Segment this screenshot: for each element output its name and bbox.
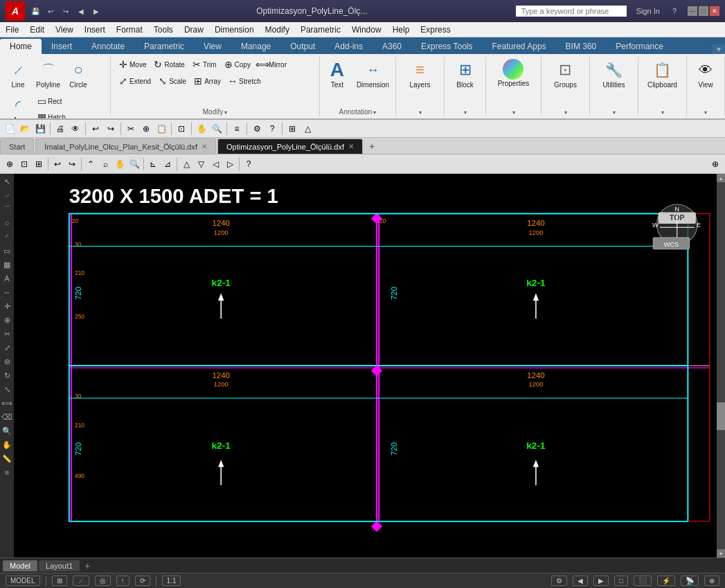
maximize-button[interactable]: □ [699,6,708,16]
draw-polyline-button[interactable]: ⌒ Polyline [33,57,63,91]
groups-button[interactable]: ⊡ Groups [551,57,580,91]
tab-view[interactable]: View [194,39,231,54]
menu-edit[interactable]: Edit [24,22,50,37]
tool-zoom[interactable]: 🔍 [1,425,13,437]
status-connect-btn[interactable]: 📡 [681,576,699,586]
status-notification-btn[interactable]: ⊕ [704,576,719,586]
doc-tab-imalat-close[interactable]: ✕ [202,143,207,150]
status-prev-btn[interactable]: ◀ [573,576,588,586]
modify-array-button[interactable]: ⊞ Array [190,73,223,89]
tool-trim[interactable]: ✂ [1,328,13,340]
vertical-scrollbar[interactable]: ▲ ▼ [717,174,725,558]
scroll-down-arrow[interactable]: ▼ [717,549,725,558]
menu-file[interactable]: File [0,22,24,37]
tool-erase[interactable]: ⌫ [1,411,13,423]
tb-pan[interactable]: ✋ [195,122,208,136]
tool-hatch[interactable]: ▦ [1,258,13,271]
tab-parametric[interactable]: Parametric [134,39,194,54]
tb-extra1[interactable]: ⊞ [285,122,299,136]
tool-mirror[interactable]: ⟺ [1,397,13,409]
tab-a360[interactable]: A360 [373,39,411,54]
tool-text[interactable]: A [1,272,13,285]
clipboard-button[interactable]: 📋 Clipboard [645,57,680,91]
layers-button[interactable]: ≡ Layers [406,57,434,91]
ribbon-expand-btn[interactable]: ▾ [713,44,725,54]
tb2-btn10[interactable]: ⊾ [146,157,160,171]
tab-addins[interactable]: Add-ins [325,39,373,54]
menu-parametric[interactable]: Parametric [295,22,346,37]
minimize-button[interactable]: — [688,6,697,16]
status-fullscreen-btn[interactable]: ⬛ [634,576,652,586]
doc-tab-imalat[interactable]: İmalat_PolyLine_Olcu_Plan_Kesit_Ölçülü.d… [35,139,216,154]
tool-copy[interactable]: ⊕ [1,314,13,326]
modify-extend-button[interactable]: ⤢ Extend [115,73,153,89]
modify-move-button[interactable]: ✛ Move [115,57,148,72]
menu-view[interactable]: View [50,22,79,37]
status-snap-btn[interactable]: ⟋ [73,576,89,586]
tb2-btn3[interactable]: ⊞ [32,157,46,171]
tab-annotate[interactable]: Annotate [82,39,134,54]
doc-tab-optimizasyon-close[interactable]: ✕ [348,143,354,150]
modify-mirror-button[interactable]: ⟺ Mirror [254,57,289,72]
tb-properties[interactable]: ⚙ [250,122,264,136]
tb2-btn4[interactable]: ↩ [51,157,64,171]
tab-layout1[interactable]: Layout1 [39,560,80,571]
tb-undo[interactable]: ↩ [89,122,102,136]
status-next-btn[interactable]: ▶ [593,576,609,586]
tab-output[interactable]: Output [280,39,325,54]
tab-express-tools[interactable]: Express Tools [411,39,482,54]
tb-save[interactable]: 💾 [33,122,47,136]
tool-select[interactable]: ↖ [1,175,13,188]
tb-paste[interactable]: 📋 [154,122,168,136]
tb2-btn7[interactable]: ⌕ [98,157,112,171]
block-button[interactable]: ⊞ Block [451,57,479,91]
tb-new[interactable]: 📄 [3,122,17,136]
tb2-btn8[interactable]: ✋ [113,157,127,171]
sign-in-button[interactable]: Sign In [632,6,664,17]
tool-rect[interactable]: ▭ [1,244,13,257]
tb2-btn5[interactable]: ↪ [65,157,79,171]
doc-tab-optimizasyon[interactable]: Optimizasyon_PolyLine_Ölçülü.dxf ✕ [217,139,363,154]
status-customize-btn[interactable]: ⚙ [551,576,567,586]
menu-help[interactable]: Help [387,22,415,37]
status-perf-btn[interactable]: ⚡ [657,576,675,586]
back-button[interactable]: ◀ [75,5,87,17]
draw-arc-button[interactable]: ◜ Arc [4,92,32,120]
status-workspace-btn[interactable]: □ [614,576,628,586]
tb2-end-btn[interactable]: ⊕ [708,157,722,171]
status-osnap-btn[interactable]: ⟳ [135,576,150,586]
tool-polyline[interactable]: ⌒ [1,203,13,215]
annotation-dimension-button[interactable]: ↔ Dimension [354,57,392,91]
tb2-btn15[interactable]: ▷ [223,157,237,171]
tab-manage[interactable]: Manage [231,39,280,54]
menu-modify[interactable]: Modify [260,22,295,37]
help-button[interactable]: ? [668,6,681,17]
tb2-btn11[interactable]: ⊿ [161,157,174,171]
tool-circle[interactable]: ○ [1,217,13,229]
tb2-btn2[interactable]: ⊡ [17,157,31,171]
menu-draw[interactable]: Draw [179,22,209,37]
tab-performance[interactable]: Performance [606,39,673,54]
draw-hatch-button[interactable]: ▦ Hatch [33,109,68,120]
canvas-area[interactable]: 3200 X 1500 ADET = 1 [14,174,725,558]
status-model-btn[interactable]: MODEL [6,576,40,586]
annotation-text-button[interactable]: A Text [323,57,351,91]
tb-zoom[interactable]: 🔍 [210,122,224,136]
tb2-btn6[interactable]: ⌃ [84,157,98,171]
tb-help[interactable]: ? [265,122,279,136]
tool-line[interactable]: ⟋ [1,189,13,202]
tool-arc[interactable]: ◜ [1,231,13,243]
modify-trim-button[interactable]: ✂ Trim [188,57,219,72]
draw-rect-button[interactable]: ▭ Rect [33,93,68,109]
menu-insert[interactable]: Insert [79,22,111,37]
tool-move[interactable]: ✛ [1,300,13,312]
forward-button[interactable]: ▶ [90,5,102,17]
draw-line-button[interactable]: ⟋ Line [4,57,32,91]
tb-extra2[interactable]: △ [301,122,314,136]
tool-pan[interactable]: ✋ [1,438,13,451]
status-grid-btn[interactable]: ⊞ [52,576,67,586]
tb2-btn12[interactable]: △ [179,157,193,171]
modify-copy-button[interactable]: ⊕ Copy [220,57,253,72]
tb2-btn16[interactable]: ? [242,157,256,171]
utilities-button[interactable]: 🔧 Utilities [600,57,627,91]
